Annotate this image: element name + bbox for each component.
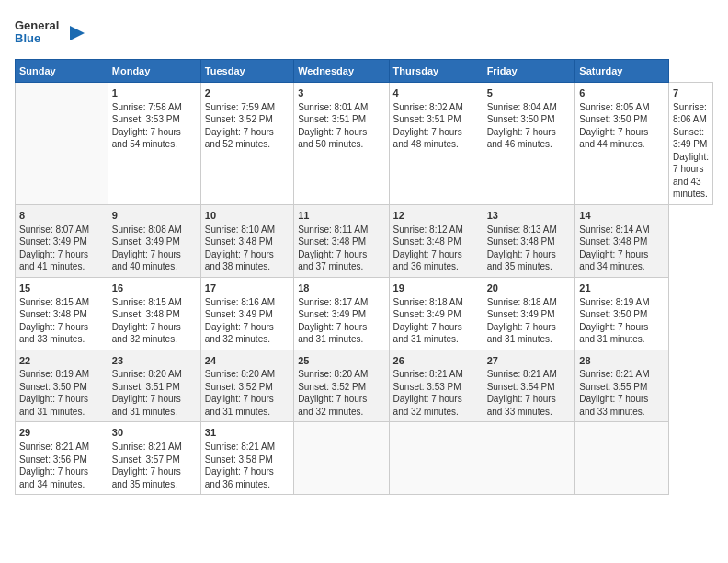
sunset-text: Sunset: 3:48 PM [579, 236, 647, 247]
sunrise-text: Sunrise: 8:19 AM [579, 297, 649, 307]
day-number: 12 [393, 209, 479, 223]
daylight-text: Daylight: 7 hours and 37 minutes. [298, 249, 367, 272]
calendar-cell [575, 422, 669, 495]
sunset-text: Sunset: 3:48 PM [487, 236, 555, 247]
day-number: 22 [19, 354, 104, 368]
sunset-text: Sunset: 3:48 PM [298, 236, 366, 247]
day-number: 21 [579, 282, 665, 295]
daylight-text: Daylight: 7 hours and 54 minutes. [112, 127, 181, 150]
sunrise-text: Sunrise: 8:14 AM [579, 224, 649, 235]
daylight-text: Daylight: 7 hours and 32 minutes. [298, 394, 367, 417]
calendar-cell: 22Sunrise: 8:19 AMSunset: 3:50 PMDayligh… [16, 350, 108, 422]
sunset-text: Sunset: 3:57 PM [112, 454, 180, 465]
calendar-cell: 8Sunrise: 8:07 AMSunset: 3:49 PMDaylight… [16, 204, 108, 277]
sunrise-text: Sunrise: 8:20 AM [205, 369, 275, 379]
daylight-text: Daylight: 7 hours and 48 minutes. [393, 127, 462, 150]
calendar-cell: 20Sunrise: 8:18 AMSunset: 3:49 PMDayligh… [483, 277, 575, 350]
calendar-table: SundayMondayTuesdayWednesdayThursdayFrid… [15, 59, 713, 495]
sunset-text: Sunset: 3:48 PM [19, 309, 87, 319]
sunset-text: Sunset: 3:48 PM [205, 236, 273, 247]
calendar-cell: 6Sunrise: 8:05 AMSunset: 3:50 PMDaylight… [575, 83, 669, 205]
day-number: 13 [487, 209, 572, 223]
sunset-text: Sunset: 3:54 PM [487, 382, 555, 392]
calendar-cell: 18Sunrise: 8:17 AMSunset: 3:49 PMDayligh… [294, 277, 389, 350]
sunrise-text: Sunrise: 8:11 AM [298, 224, 368, 235]
day-number: 5 [487, 86, 572, 100]
sunrise-text: Sunrise: 8:10 AM [205, 224, 275, 235]
sunset-text: Sunset: 3:52 PM [205, 114, 273, 124]
sunset-text: Sunset: 3:52 PM [298, 382, 366, 392]
sunset-text: Sunset: 3:48 PM [112, 309, 180, 319]
sunrise-text: Sunrise: 8:18 AM [487, 297, 557, 307]
sunrise-text: Sunrise: 8:21 AM [579, 369, 649, 379]
daylight-text: Daylight: 7 hours and 38 minutes. [205, 249, 274, 272]
calendar-cell: 10Sunrise: 8:10 AMSunset: 3:48 PMDayligh… [200, 204, 293, 277]
daylight-text: Daylight: 7 hours and 33 minutes. [19, 322, 88, 345]
sunrise-text: Sunrise: 8:07 AM [19, 224, 89, 235]
sunrise-text: Sunrise: 8:06 AM [673, 102, 707, 125]
sunset-text: Sunset: 3:51 PM [112, 382, 180, 392]
day-number: 10 [205, 209, 290, 223]
header: General Blue [15, 15, 713, 52]
day-header-friday: Friday [483, 60, 575, 83]
sunrise-text: Sunrise: 8:21 AM [393, 369, 463, 379]
calendar-cell [483, 422, 575, 495]
calendar-cell: 31Sunrise: 8:21 AMSunset: 3:58 PMDayligh… [200, 422, 293, 495]
calendar-cell [294, 422, 389, 495]
sunrise-text: Sunrise: 8:19 AM [19, 369, 89, 379]
sunrise-text: Sunrise: 8:21 AM [487, 369, 557, 379]
day-header-saturday: Saturday [575, 60, 669, 83]
daylight-text: Daylight: 7 hours and 40 minutes. [112, 249, 181, 272]
daylight-text: Daylight: 7 hours and 41 minutes. [19, 249, 88, 272]
day-number: 1 [112, 86, 197, 100]
day-header-sunday: Sunday [16, 60, 108, 83]
day-number: 3 [298, 86, 384, 100]
svg-text:General: General [15, 18, 59, 32]
calendar-cell: 23Sunrise: 8:20 AMSunset: 3:51 PMDayligh… [108, 350, 200, 422]
day-number: 24 [205, 354, 290, 368]
daylight-text: Daylight: 7 hours and 31 minutes. [112, 394, 181, 417]
daylight-text: Daylight: 7 hours and 44 minutes. [579, 127, 648, 150]
sunrise-text: Sunrise: 8:13 AM [487, 224, 557, 235]
sunrise-text: Sunrise: 8:21 AM [205, 442, 275, 452]
page-container: General Blue SundayMondayTuesdayWednesda… [0, 0, 728, 502]
daylight-text: Daylight: 7 hours and 31 minutes. [579, 322, 648, 345]
calendar-cell [389, 422, 483, 495]
calendar-week-row: 22Sunrise: 8:19 AMSunset: 3:50 PMDayligh… [16, 350, 713, 422]
day-number: 15 [19, 282, 104, 295]
calendar-cell: 3Sunrise: 8:01 AMSunset: 3:51 PMDaylight… [294, 83, 389, 205]
sunrise-text: Sunrise: 7:59 AM [205, 102, 275, 112]
sunset-text: Sunset: 3:55 PM [579, 382, 647, 392]
calendar-cell: 30Sunrise: 8:21 AMSunset: 3:57 PMDayligh… [108, 422, 200, 495]
day-number: 20 [487, 282, 572, 295]
logo: General Blue [15, 15, 88, 52]
daylight-text: Daylight: 7 hours and 50 minutes. [298, 127, 367, 150]
day-number: 8 [19, 209, 104, 223]
day-number: 27 [487, 354, 572, 368]
calendar-cell: 12Sunrise: 8:12 AMSunset: 3:48 PMDayligh… [389, 204, 483, 277]
daylight-text: Daylight: 7 hours and 36 minutes. [205, 466, 274, 489]
daylight-text: Daylight: 7 hours and 31 minutes. [487, 322, 556, 345]
sunrise-text: Sunrise: 8:12 AM [393, 224, 463, 235]
sunset-text: Sunset: 3:58 PM [205, 454, 273, 465]
sunrise-text: Sunrise: 8:21 AM [112, 442, 182, 452]
daylight-text: Daylight: 7 hours and 52 minutes. [205, 127, 274, 150]
calendar-cell: 15Sunrise: 8:15 AMSunset: 3:48 PMDayligh… [16, 277, 108, 350]
daylight-text: Daylight: 7 hours and 34 minutes. [579, 249, 648, 272]
calendar-cell: 4Sunrise: 8:02 AMSunset: 3:51 PMDaylight… [389, 83, 483, 205]
daylight-text: Daylight: 7 hours and 33 minutes. [487, 394, 556, 417]
sunrise-text: Sunrise: 8:20 AM [112, 369, 182, 379]
sunrise-text: Sunrise: 8:08 AM [112, 224, 182, 235]
day-header-thursday: Thursday [389, 60, 483, 83]
sunrise-text: Sunrise: 8:18 AM [393, 297, 463, 307]
sunset-text: Sunset: 3:50 PM [579, 309, 647, 319]
day-number: 30 [112, 426, 197, 440]
daylight-text: Daylight: 7 hours and 35 minutes. [112, 466, 181, 489]
daylight-text: Daylight: 7 hours and 32 minutes. [112, 322, 181, 345]
calendar-cell: 17Sunrise: 8:16 AMSunset: 3:49 PMDayligh… [200, 277, 293, 350]
calendar-cell: 1Sunrise: 7:58 AMSunset: 3:53 PMDaylight… [108, 83, 200, 205]
calendar-week-row: 29Sunrise: 8:21 AMSunset: 3:56 PMDayligh… [16, 422, 713, 495]
sunrise-text: Sunrise: 7:58 AM [112, 102, 182, 112]
day-number: 28 [579, 354, 665, 368]
calendar-week-row: 15Sunrise: 8:15 AMSunset: 3:48 PMDayligh… [16, 277, 713, 350]
